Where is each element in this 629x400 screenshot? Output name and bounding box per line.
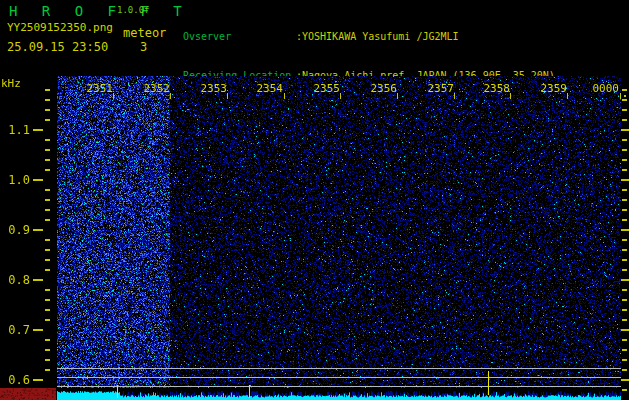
y-axis-label: 0.7	[0, 323, 30, 337]
y-axis-label: 1.0	[0, 173, 30, 187]
x-axis-label: 2356	[366, 82, 397, 95]
x-axis-label: 0000	[588, 82, 619, 95]
version-label: 1.0.0f	[117, 5, 150, 15]
x-axis-label: 2351	[82, 82, 113, 95]
y-axis-label: 0.9	[0, 223, 30, 237]
x-axis-label: 2354	[252, 82, 283, 95]
y-axis-unit-label: kHz	[1, 77, 21, 90]
info-row-observer: Ovserver:YOSHIKAWA Yasufumi /JG2MLI	[183, 30, 579, 43]
mode-label: meteor	[123, 26, 166, 40]
x-axis-label: 2352	[139, 82, 170, 95]
y-axis-label: 0.6	[0, 373, 30, 387]
info-label: Ovserver	[183, 30, 296, 43]
app-title: H R O F F T	[9, 3, 190, 19]
x-axis-label: 2357	[423, 82, 454, 95]
y-axis-label: 0.8	[0, 273, 30, 287]
x-axis-label: 2358	[479, 82, 510, 95]
info-value: :YOSHIKAWA Yasufumi /JG2MLI	[296, 30, 459, 43]
datetime-label: 25.09.15 23:50	[7, 40, 108, 54]
x-axis-label: 2359	[536, 82, 567, 95]
hrofft-window: { "app": { "title": "H R O F F T", "vers…	[0, 0, 629, 400]
x-axis-label: 2355	[309, 82, 340, 95]
x-axis-label: 2353	[196, 82, 227, 95]
y-axis-label: 1.1	[0, 123, 30, 137]
meteor-count: 3	[140, 40, 147, 54]
output-filename: YY2509152350.png	[7, 21, 113, 34]
spectrogram-canvas	[0, 76, 629, 400]
